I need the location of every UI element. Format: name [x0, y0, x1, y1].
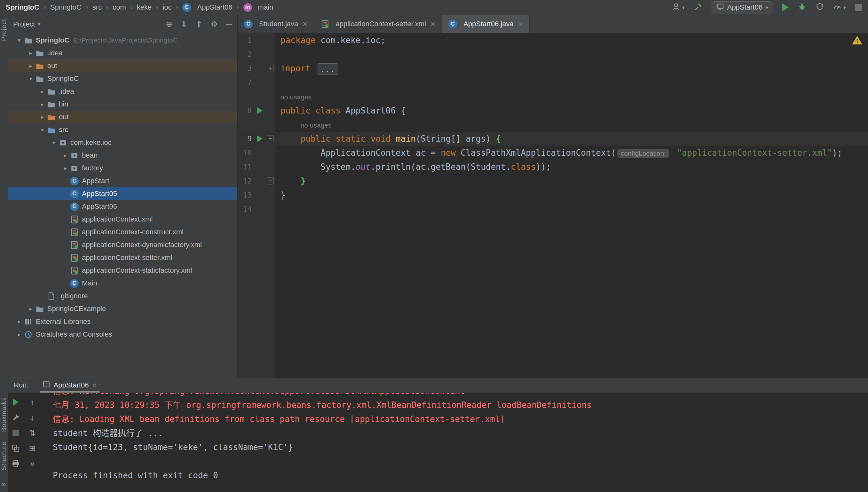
clipped-console-line: 信息: Refreshing org.springframework.conte…: [53, 393, 868, 398]
breadcrumb-item-src[interactable]: src: [92, 3, 102, 11]
usages-inlay-hint[interactable]: no usages: [300, 122, 332, 129]
gutter-icons: −: [252, 132, 275, 146]
debug-button[interactable]: [798, 2, 806, 13]
tree-open-arrow-icon[interactable]: ▾: [15, 37, 24, 44]
tree-item-appstart05[interactable]: CAppStart05: [8, 187, 237, 200]
tree-item-springiocexample[interactable]: ▸SpringIoCExample: [8, 302, 237, 315]
breadcrumb-item-keke[interactable]: keke: [137, 3, 152, 11]
breadcrumb-item-main[interactable]: mmain: [243, 3, 273, 12]
soft-wrap-button[interactable]: ⊞: [27, 443, 38, 453]
tree-item-applicationcontext-xml[interactable]: applicationContext.xml: [8, 213, 237, 226]
editor-tabs: CStudent.java×applicationContext-setter.…: [238, 15, 868, 33]
build-wrench-button[interactable]: [10, 413, 21, 422]
toolwindow-project-button[interactable]: Project: [0, 19, 8, 41]
collapse-all-icon[interactable]: ⇑: [196, 20, 202, 28]
next-occurrence-button[interactable]: ↓: [27, 413, 38, 422]
breadcrumb-item-ioc[interactable]: ioc: [163, 3, 171, 11]
tree-item-scratches-and-consoles[interactable]: ▸Scratches and Consoles: [8, 328, 237, 341]
tree-item-appstart06[interactable]: CAppStart06: [8, 200, 237, 213]
tab-close-icon[interactable]: ×: [92, 381, 97, 389]
line-number: 14: [238, 202, 252, 216]
run-tab[interactable]: AppStart06 ×: [38, 378, 102, 393]
select-opened-file-icon[interactable]: ⊕: [166, 20, 172, 28]
editor-tab-applicationcontext-setter-xml[interactable]: applicationContext-setter.xml×: [314, 15, 442, 33]
tree-closed-arrow-icon[interactable]: ▸: [26, 50, 35, 56]
breadcrumb-item-springioc[interactable]: SpringIoC: [50, 3, 81, 11]
tree-closed-arrow-icon[interactable]: ▸: [61, 152, 70, 159]
tree-closed-arrow-icon[interactable]: ▸: [38, 114, 47, 121]
tree-item-external-libraries[interactable]: ▸External Libraries: [8, 315, 237, 328]
stop-button[interactable]: [10, 428, 21, 438]
usages-inlay-hint[interactable]: no usages: [281, 93, 312, 101]
tree-item-idea[interactable]: ▸.idea: [8, 85, 237, 98]
build-project-button[interactable]: [694, 2, 703, 13]
fold-toggle-icon[interactable]: −: [267, 177, 274, 184]
tree-open-arrow-icon[interactable]: ▾: [38, 127, 47, 133]
package-icon: [70, 151, 79, 160]
print-button[interactable]: [10, 459, 21, 468]
folded-imports-badge[interactable]: ...: [317, 63, 338, 75]
breadcrumb-item-com[interactable]: com: [113, 3, 126, 11]
tree-item-applicationcontext-staticfactory-xml[interactable]: applicationContext-staticfactory.xml: [8, 264, 237, 277]
tab-close-icon[interactable]: ×: [518, 20, 523, 28]
tree-open-arrow-icon[interactable]: ▾: [26, 75, 35, 82]
breadcrumb-item-springioc[interactable]: SpringIoC: [6, 3, 39, 11]
rerun-button[interactable]: [10, 397, 21, 407]
tree-item-bin[interactable]: ▸bin: [8, 98, 237, 110]
restore-layout-button[interactable]: [10, 443, 21, 453]
more-toolwindows-icon[interactable]: »: [2, 480, 6, 489]
editor-tab-appstart06-java[interactable]: CAppStart06.java×: [442, 15, 530, 33]
tree-closed-arrow-icon[interactable]: ▸: [26, 305, 35, 312]
tree-closed-arrow-icon[interactable]: ▸: [26, 63, 35, 69]
editor-content[interactable]: 1package com.keke.ioc;23+import ...7no u…: [238, 33, 868, 378]
tree-item-springioc[interactable]: ▾SpringIoC: [8, 72, 237, 85]
tree-closed-arrow-icon[interactable]: ▸: [15, 331, 24, 338]
tree-item-springioc[interactable]: ▾SpringIoCE:\Projects\JavaProjects\Sprin…: [8, 34, 237, 47]
tree-item-out[interactable]: ▸out: [8, 59, 237, 72]
project-view-selector[interactable]: Project ▾: [13, 20, 41, 28]
breadcrumb-item-appstart06[interactable]: CAppStart06: [182, 3, 232, 12]
inspection-warning-button[interactable]: !: [852, 36, 862, 45]
run-line-icon[interactable]: [257, 135, 263, 142]
tree-closed-arrow-icon[interactable]: ▸: [38, 101, 47, 108]
console-output[interactable]: 信息: Refreshing org.springframework.conte…: [44, 393, 868, 492]
profiler-button[interactable]: ▾: [833, 2, 846, 13]
tree-item-main[interactable]: CMain: [8, 277, 237, 290]
tree-closed-arrow-icon[interactable]: ▸: [61, 165, 70, 172]
tree-item-applicationcontext-setter-xml[interactable]: applicationContext-setter.xml: [8, 251, 237, 264]
tree-closed-arrow-icon[interactable]: ▸: [15, 318, 24, 325]
tab-close-icon[interactable]: ×: [303, 20, 307, 28]
tree-item-out[interactable]: ▸out: [8, 110, 237, 123]
chevron-down-icon: ▾: [38, 21, 40, 27]
tree-item-applicationcontext-construct-xml[interactable]: applicationContext-construct.xml: [8, 226, 237, 239]
fold-toggle-icon[interactable]: +: [267, 65, 274, 72]
run-button[interactable]: [782, 3, 789, 11]
toolwindow-bookmarks-button[interactable]: Bookmarks: [0, 397, 8, 432]
scroll-to-end-button[interactable]: ⇅: [27, 428, 38, 438]
tree-closed-arrow-icon[interactable]: ▸: [38, 88, 47, 95]
tree-item-factory[interactable]: ▸factory: [8, 162, 237, 175]
more-actions-button[interactable]: »: [27, 459, 38, 468]
expand-all-icon[interactable]: ⇓: [181, 20, 187, 28]
tree-item-bean[interactable]: ▸bean: [8, 149, 237, 162]
tree-item-gitignore[interactable]: .gitignore: [8, 290, 237, 302]
tree-item-src[interactable]: ▾src: [8, 123, 237, 136]
prev-occurrence-button[interactable]: ↑: [27, 397, 38, 407]
hide-panel-icon[interactable]: ─: [226, 20, 232, 28]
run-config-selector[interactable]: AppStart06 ▾: [712, 1, 773, 14]
settings-gear-icon[interactable]: ⚙: [211, 20, 218, 28]
editor-tab-student-java[interactable]: CStudent.java×: [238, 15, 314, 33]
tree-item-appstart[interactable]: CAppStart: [8, 175, 237, 187]
tree-open-arrow-icon[interactable]: ▾: [49, 139, 58, 146]
user-account-button[interactable]: ▾: [672, 2, 685, 13]
tree-item-com-keke-ioc[interactable]: ▾com.keke.ioc: [8, 136, 237, 149]
run-line-icon[interactable]: [257, 107, 263, 114]
tab-close-icon[interactable]: ×: [431, 20, 435, 28]
tree-item-idea[interactable]: ▸.idea: [8, 47, 237, 59]
tree-item-label: .gitignore: [59, 292, 88, 300]
toolwindow-structure-button[interactable]: Structure: [0, 442, 8, 470]
tree-item-applicationcontext-dynamicfactory-xml[interactable]: applicationContext-dynamicfactory.xml: [8, 239, 237, 251]
fold-toggle-icon[interactable]: −: [267, 135, 274, 142]
stop-button[interactable]: [855, 4, 862, 11]
coverage-button[interactable]: [816, 3, 824, 12]
